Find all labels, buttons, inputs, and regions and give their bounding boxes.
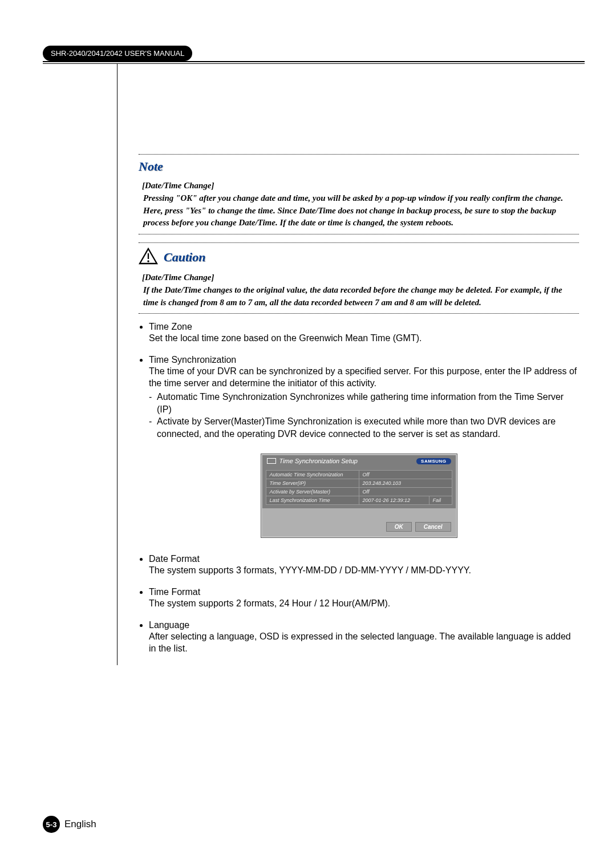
bullet-desc: The system supports 2 formats, 24 Hour /…: [149, 597, 579, 610]
last-sync-status: Fail: [429, 496, 452, 505]
sub-list-item: Activate by Server(Master)Time Synchroni…: [149, 415, 579, 440]
list-item: Time Synchronization The time of your DV…: [149, 355, 579, 440]
page-container: SHR-2040/2041/2042 USER'S MANUAL Note [D…: [43, 46, 585, 816]
list-item: Time Format The system supports 2 format…: [149, 587, 579, 610]
table-row: Automatic Time Synchronization Off: [266, 471, 452, 479]
bullet-desc: After selecting a language, OSD is expre…: [149, 630, 579, 655]
page-number-badge: 5-3: [43, 816, 60, 833]
dialog-title-bar: Time Synchronization Setup SAMSUNG: [262, 455, 456, 467]
bullet-list: Time Zone Set the local time zone based …: [149, 322, 579, 440]
dialog-title: Time Synchronization Setup: [267, 458, 358, 464]
note-body: Pressing "OK" after you change date and …: [143, 192, 579, 229]
list-item: Date Format The system supports 3 format…: [149, 554, 579, 577]
content-row: Note [Date/Time Change] Pressing "OK" af…: [43, 64, 585, 665]
last-sync-label: Last Synchronization Time: [266, 496, 359, 505]
table-row: Last Synchronization Time 2007-01-26 12:…: [266, 496, 452, 505]
caution-heading: Caution: [164, 250, 205, 265]
brand-badge: SAMSUNG: [416, 458, 451, 464]
note-subtitle: [Date/Time Change]: [142, 180, 579, 192]
time-sync-dialog: Time Synchronization Setup SAMSUNG Autom…: [261, 454, 457, 538]
bullet-title: Date Format: [149, 554, 579, 564]
footer-language: English: [64, 819, 96, 830]
bullet-title: Time Format: [149, 587, 579, 597]
page-footer: 5-3 English: [43, 816, 96, 833]
caution-body: If the Date/Time changes to the original…: [143, 284, 579, 309]
list-item: Time Zone Set the local time zone based …: [149, 322, 579, 345]
bullet-desc: The system supports 3 formats, YYYY-MM-D…: [149, 564, 579, 577]
dotted-divider: [139, 242, 579, 243]
sub-list: Automatic Time Synchronization Synchroni…: [149, 391, 579, 440]
dotted-divider: [139, 313, 579, 314]
manual-title: SHR-2040/2041/2042 USER'S MANUAL: [51, 49, 184, 58]
table-row: Activate by Server(Master) Off: [266, 488, 452, 496]
caution-heading-row: Caution: [139, 248, 579, 267]
auto-sync-value[interactable]: Off: [359, 471, 452, 479]
bullet-title: Language: [149, 620, 579, 630]
dialog-table: Automatic Time Synchronization Off Time …: [266, 470, 452, 505]
time-server-label: Time Server(IP): [266, 479, 359, 488]
divider-thick: [43, 61, 585, 62]
note-block: [Date/Time Change] Pressing "OK" after y…: [142, 180, 579, 229]
cancel-button[interactable]: Cancel: [415, 522, 451, 532]
last-sync-value: 2007-01-26 12:39:12: [359, 496, 429, 505]
sub-list-item: Automatic Time Synchronization Synchroni…: [149, 391, 579, 415]
time-server-value[interactable]: 203.248.240.103: [359, 479, 452, 488]
activate-server-value[interactable]: Off: [359, 488, 452, 496]
main-content: Note [Date/Time Change] Pressing "OK" af…: [117, 64, 585, 665]
warning-icon: [139, 248, 158, 267]
dotted-divider: [139, 234, 579, 234]
caution-subtitle: [Date/Time Change]: [142, 272, 579, 284]
svg-point-2: [147, 260, 149, 262]
bullet-desc: The time of your DVR can be synchronized…: [149, 365, 579, 390]
note-heading: Note: [139, 159, 579, 174]
dotted-divider: [139, 154, 579, 155]
dialog-body: Automatic Time Synchronization Off Time …: [262, 467, 456, 508]
dialog-title-text: Time Synchronization Setup: [279, 458, 358, 464]
list-item: Language After selecting a language, OSD…: [149, 620, 579, 655]
ok-button[interactable]: OK: [386, 522, 412, 532]
activate-server-label: Activate by Server(Master): [266, 488, 359, 496]
dialog-wrapper: Time Synchronization Setup SAMSUNG Autom…: [139, 454, 579, 538]
table-row: Time Server(IP) 203.248.240.103: [266, 479, 452, 488]
manual-title-bar: SHR-2040/2041/2042 USER'S MANUAL: [43, 46, 192, 61]
bullet-list-2: Date Format The system supports 3 format…: [149, 554, 579, 654]
caution-block: [Date/Time Change] If the Date/Time chan…: [142, 272, 579, 309]
auto-sync-label: Automatic Time Synchronization: [266, 471, 359, 479]
dialog-footer: OK Cancel: [262, 508, 456, 536]
bullet-title: Time Synchronization: [149, 355, 579, 365]
window-icon: [267, 458, 276, 464]
bullet-title: Time Zone: [149, 322, 579, 332]
bullet-desc: Set the local time zone based on the Gre…: [149, 332, 579, 345]
